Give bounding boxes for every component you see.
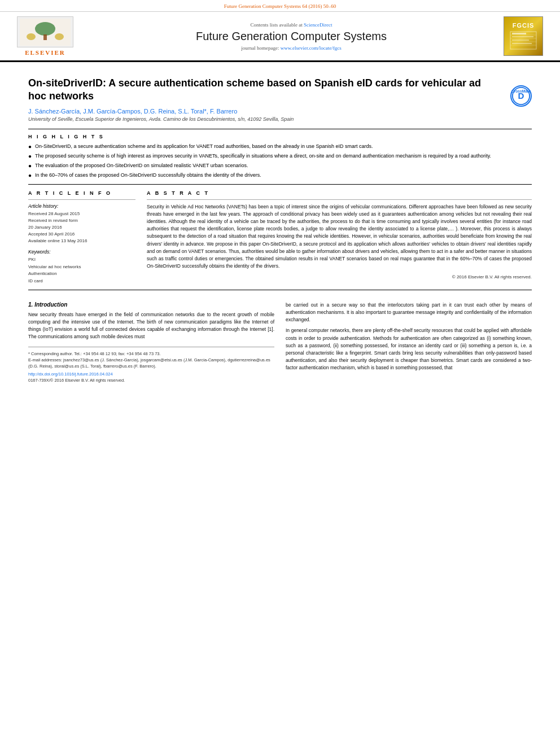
contents-availability: Contents lists available at ScienceDirec…	[79, 22, 504, 28]
fgcs-logo: FGCIS	[504, 16, 543, 56]
keyword-auth: Authentication	[28, 270, 135, 278]
body-col-right: be carried out in a secure way so that t…	[286, 302, 532, 383]
doi-line: http://dx.doi.org/10.1016/j.future.2016.…	[28, 372, 274, 377]
available-online: Available online 13 May 2016	[28, 238, 135, 244]
sciencedirect-link[interactable]: ScienceDirect	[304, 22, 332, 28]
keyword-pki: PKI	[28, 256, 135, 264]
list-item: ● On-SiteDriverID, a secure authenticati…	[28, 143, 532, 151]
highlights-list: ● On-SiteDriverID, a secure authenticati…	[28, 143, 532, 180]
svg-text:CrossMark: CrossMark	[511, 89, 531, 93]
intro-para-col2-2: In general computer networks, there are …	[286, 327, 532, 372]
highlights-title: H I G H L I G H T S	[28, 134, 532, 139]
svg-rect-12	[512, 40, 529, 41]
accepted-date: Accepted 30 April 2016	[28, 231, 135, 238]
footnote-emails: E-mail addresses: jsanchez73@us.es (J. S…	[28, 357, 274, 370]
main-content: D CrossMark On-siteDriverID: A secure au…	[0, 62, 560, 390]
svg-point-4	[55, 33, 64, 40]
received-date: Received 28 August 2015	[28, 211, 135, 217]
keywords-title: Keywords:	[28, 249, 135, 255]
journal-citation: Future Generation Computer Systems 64 (2…	[0, 0, 560, 12]
citation-text: Future Generation Computer Systems 64 (2…	[224, 3, 336, 9]
body-two-col: 1. Introduction New security threats hav…	[28, 302, 532, 383]
bullet-icon: ●	[28, 162, 32, 170]
journal-homepage: journal homepage: www.elsevier.com/locat…	[79, 45, 504, 51]
abstract-col: A B S T R A C T Security in Vehicle Ad H…	[147, 190, 532, 285]
bullet-icon: ●	[28, 152, 32, 160]
keywords-list: PKI Vehicular ad hoc networks Authentica…	[28, 256, 135, 285]
journal-header: ELSEVIER Contents lists available at Sci…	[0, 12, 560, 62]
journal-title: Future Generation Computer Systems	[79, 30, 504, 43]
article-info-abstract-section: A R T I C L E I N F O Article history: R…	[28, 190, 532, 285]
crossmark-icon: D CrossMark	[510, 85, 532, 107]
copyright-notice: © 2016 Elsevier B.V. All rights reserved…	[147, 274, 532, 279]
svg-point-1	[35, 22, 55, 36]
introduction-section: 1. Introduction New security threats hav…	[28, 302, 532, 383]
list-item: ● In the 60–70% of cases the proposed On…	[28, 172, 532, 180]
article-info-col: A R T I C L E I N F O Article history: R…	[28, 190, 135, 285]
journal-title-area: Contents lists available at ScienceDirec…	[79, 22, 504, 51]
elsevier-logo: ELSEVIER	[11, 16, 79, 56]
abstract-text: Security in Vehicle Ad Hoc Networks (VAN…	[147, 203, 532, 270]
affiliation-line: University of Seville, Escuela Superior …	[28, 116, 532, 122]
fgcs-logo-area: FGCIS	[504, 16, 549, 56]
intro-para-1: New security threats have emerged in the…	[28, 311, 274, 341]
elsevier-text: ELSEVIER	[25, 49, 65, 56]
keyword-idcard: ID card	[28, 278, 135, 285]
paper-title: On-siteDriverID: A secure authentication…	[28, 77, 532, 103]
revised-form-label: Received in revised form	[28, 217, 135, 224]
footnote-area: * Corresponding author. Tel.: +34 954 48…	[28, 347, 274, 383]
homepage-link[interactable]: www.elsevier.com/locate/fgcs	[281, 45, 342, 51]
svg-rect-11	[512, 36, 533, 37]
article-info-title: A R T I C L E I N F O	[28, 190, 135, 196]
svg-rect-13	[512, 43, 532, 44]
body-col-left: 1. Introduction New security threats hav…	[28, 302, 274, 383]
divider-after-highlights	[28, 184, 532, 185]
section-title: 1. Introduction	[28, 302, 274, 308]
issn-copyright: 0167-739X/© 2016 Elsevier B.V. All right…	[28, 378, 274, 383]
history-title: Article history:	[28, 203, 135, 209]
list-item: ● The proposed security scheme is of hig…	[28, 152, 532, 160]
revised-date: 20 January 2016	[28, 224, 135, 231]
footnote-corresponding: * Corresponding author. Tel.: +34 954 48…	[28, 351, 274, 357]
intro-para-col2-1: be carried out in a secure way so that t…	[286, 302, 532, 324]
list-item: ● The evaluation of the proposed On-Site…	[28, 162, 532, 170]
elsevier-image	[17, 16, 73, 47]
keyword-vanet: Vehicular ad hoc networks	[28, 264, 135, 271]
abstract-title: A B S T R A C T	[147, 190, 532, 196]
authors-line: J. Sánchez-García, J.M. García-Campos, D…	[28, 108, 532, 115]
svg-point-3	[27, 33, 36, 40]
crossmark-badge: D CrossMark	[510, 85, 532, 107]
bullet-icon: ●	[28, 143, 32, 151]
divider-after-affiliation	[28, 129, 532, 129]
elsevier-logo-area: ELSEVIER	[11, 16, 79, 56]
title-area: D CrossMark On-siteDriverID: A secure au…	[28, 77, 532, 103]
svg-rect-10	[512, 33, 526, 34]
bullet-icon: ●	[28, 172, 32, 180]
divider-after-abstract	[28, 290, 532, 290]
svg-rect-2	[43, 34, 47, 40]
